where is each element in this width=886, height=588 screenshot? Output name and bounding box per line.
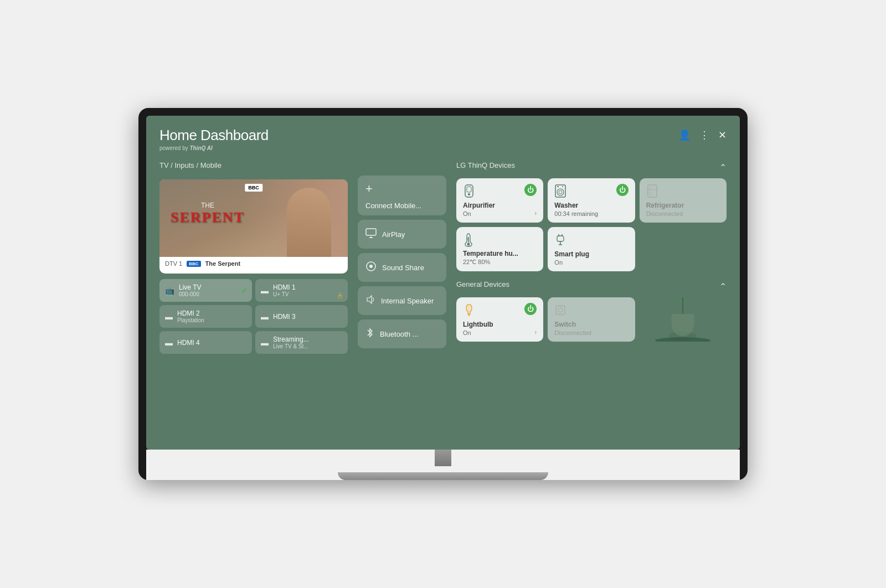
smart-plug-icon — [554, 233, 566, 249]
hdmi1-info: HDMI 1 U+ TV — [273, 283, 296, 297]
lightbulb-top: ⏻ — [463, 303, 537, 319]
connect-plus-icon: + — [365, 182, 373, 196]
temperature-icon — [463, 233, 474, 249]
svg-point-33 — [655, 337, 710, 342]
program-label: The Serpent — [205, 260, 241, 267]
airpurifier-chevron-icon: › — [534, 209, 537, 217]
input-hdmi1[interactable]: ▬ HDMI 1 U+ TV 🔒 — [255, 279, 348, 302]
hdmi3-info: HDMI 3 — [273, 313, 296, 321]
refrigerator-top — [646, 184, 720, 200]
tv-preview-image: BBC THE SERPENT — [159, 179, 348, 257]
svg-point-3 — [369, 265, 373, 268]
hdmi4-name: HDMI 4 — [177, 339, 200, 347]
airpurifier-bottom: Airpurifier On › — [463, 202, 537, 217]
plant-svg — [647, 297, 719, 342]
sound-share-icon — [365, 261, 377, 275]
bbc-logo: BBC — [245, 184, 262, 192]
device-washer[interactable]: ⏻ Washer 00:34 remaining — [548, 178, 635, 223]
thinq-collapse-icon[interactable]: ⌃ — [719, 162, 727, 173]
speaker-icon — [365, 295, 375, 307]
hdmi1-icon: ▬ — [261, 286, 269, 295]
svg-rect-6 — [467, 187, 471, 192]
svg-point-9 — [557, 189, 564, 195]
live-tv-name: Live TV — [179, 283, 201, 291]
hdmi1-name: HDMI 1 — [273, 283, 296, 291]
input-hdmi4[interactable]: ▬ HDMI 4 — [159, 331, 252, 354]
tv-frame: Home Dashboard powered by ThinQ AI 👤 ⋮ ✕… — [138, 108, 748, 480]
device-lightbulb[interactable]: ⏻ Lightbulb On › — [456, 297, 543, 342]
svg-point-12 — [562, 186, 563, 187]
bluetooth-card[interactable]: Bluetooth ... — [358, 319, 446, 348]
svg-point-17 — [467, 243, 470, 246]
refrigerator-bottom: Refrigerator Disconnected — [646, 202, 720, 217]
dashboard-body: TV / Inputs / Mobile BBC THE — [159, 161, 727, 439]
smart-plug-top — [554, 233, 628, 249]
show-name: SERPENT — [171, 209, 245, 226]
connect-mobile-card[interactable]: + Connect Mobile... — [358, 176, 446, 215]
tv-preview-card[interactable]: BBC THE SERPENT DTV 1 BBC The Serpent — [159, 179, 348, 274]
smart-plug-info: Smart plug On — [554, 250, 589, 266]
svg-point-7 — [468, 193, 470, 195]
washer-status: 00:34 remaining — [554, 210, 598, 217]
switch-name: Switch — [554, 321, 591, 328]
svg-rect-11 — [557, 186, 559, 187]
refrigerator-name: Refrigerator — [646, 202, 684, 209]
left-section-title: TV / Inputs / Mobile — [159, 161, 348, 169]
temperature-info: Temperature hu... 22℃ 80% — [463, 250, 518, 266]
lightbulb-icon — [463, 303, 475, 319]
live-tv-sub: 000-000 — [179, 291, 201, 297]
airpurifier-status: On — [463, 210, 495, 217]
lightbulb-power[interactable]: ⏻ — [524, 303, 537, 315]
hdmi2-icon: ▬ — [165, 312, 173, 321]
device-refrigerator[interactable]: Refrigerator Disconnected — [640, 178, 727, 223]
streaming-name: Streaming... — [273, 336, 309, 343]
input-streaming[interactable]: ▬ Streaming... Live TV & St... — [255, 331, 348, 354]
general-collapse-icon[interactable]: ⌃ — [719, 281, 727, 292]
smart-plug-bottom: Smart plug On — [554, 250, 628, 266]
show-the: THE — [171, 202, 245, 209]
page-subtitle: powered by ThinQ AI — [159, 145, 269, 151]
tv-stand-neck-container — [146, 450, 740, 466]
lightbulb-status: On — [463, 329, 493, 336]
svg-rect-13 — [648, 185, 657, 197]
thinq-section-header: LG ThinQ Devices ⌃ — [456, 161, 727, 174]
plant-card — [640, 297, 727, 342]
tv-preview-info: DTV 1 BBC The Serpent — [159, 257, 348, 270]
airplay-card[interactable]: AirPlay — [358, 220, 446, 249]
switch-status: Disconnected — [554, 329, 591, 336]
washer-name: Washer — [554, 202, 598, 209]
hdmi1-sub: U+ TV — [273, 291, 296, 297]
general-section-header: General Devices ⌃ — [456, 280, 727, 293]
sound-share-card[interactable]: Sound Share — [358, 253, 446, 282]
input-hdmi2[interactable]: ▬ HDMI 2 Playstation — [159, 305, 252, 328]
device-temperature[interactable]: Temperature hu... 22℃ 80% — [456, 227, 543, 271]
middle-panel: + Connect Mobile... AirPlay — [358, 176, 446, 439]
input-hdmi3[interactable]: ▬ HDMI 3 — [255, 305, 348, 328]
device-airpurifier[interactable]: ⏻ Airpurifier On › — [456, 178, 543, 223]
washer-icon — [554, 184, 566, 202]
washer-power[interactable]: ⏻ — [616, 184, 629, 196]
close-icon[interactable]: ✕ — [718, 129, 727, 141]
more-icon[interactable]: ⋮ — [699, 129, 709, 141]
dashboard-header: Home Dashboard powered by ThinQ AI 👤 ⋮ ✕ — [159, 127, 727, 151]
account-icon[interactable]: 👤 — [678, 129, 691, 141]
device-switch[interactable]: Switch Disconnected — [548, 297, 635, 342]
washer-bottom: Washer 00:34 remaining — [554, 202, 628, 217]
streaming-icon: ▬ — [261, 338, 269, 347]
device-smart-plug[interactable]: Smart plug On — [548, 227, 635, 271]
right-panel: LG ThinQ Devices ⌃ — [456, 161, 727, 439]
channel-label: DTV 1 — [165, 260, 182, 267]
airplay-icon — [365, 228, 377, 241]
switch-icon — [554, 303, 566, 319]
refrigerator-icon — [646, 184, 658, 200]
airpurifier-power[interactable]: ⏻ — [524, 184, 537, 196]
hdmi3-name: HDMI 3 — [273, 313, 296, 321]
airpurifier-info: Airpurifier On — [463, 202, 495, 217]
switch-bottom: Switch Disconnected — [554, 321, 628, 336]
input-live-tv[interactable]: 📺 Live TV 000-000 ✔ — [159, 279, 252, 302]
refrigerator-info: Refrigerator Disconnected — [646, 202, 684, 217]
active-check-icon: ✔ — [241, 286, 248, 295]
smart-plug-status: On — [554, 259, 589, 266]
internal-speaker-card[interactable]: Internal Speaker — [358, 286, 446, 315]
thinq-devices-section: LG ThinQ Devices ⌃ — [456, 161, 727, 271]
